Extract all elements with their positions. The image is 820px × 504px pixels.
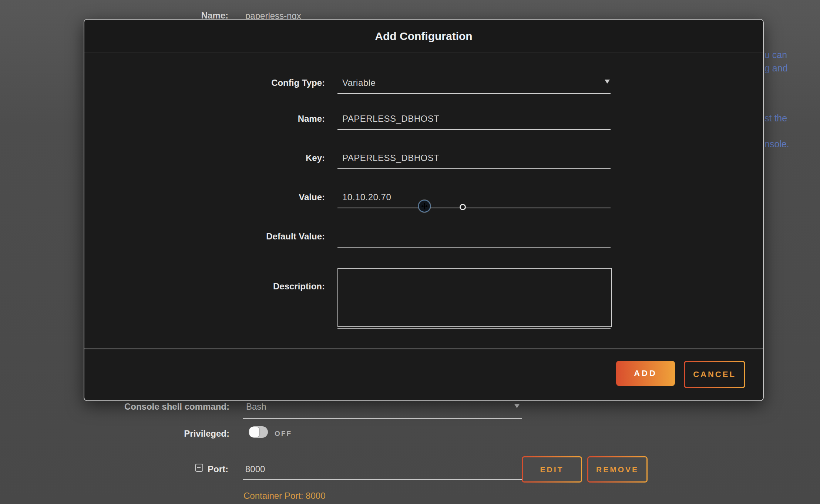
privileged-toggle-state: OFF bbox=[275, 430, 292, 438]
field-underline bbox=[337, 208, 611, 208]
config-type-select[interactable]: Variable bbox=[342, 78, 376, 88]
key-input[interactable]: PAPERLESS_DBHOST bbox=[342, 153, 439, 163]
config-type-row: Config Type: Variable bbox=[84, 78, 763, 100]
edit-button[interactable]: EDIT bbox=[522, 456, 582, 483]
description-label: Description: bbox=[84, 281, 325, 292]
field-underline bbox=[337, 328, 611, 329]
console-shell-command-select[interactable]: Bash bbox=[246, 401, 266, 412]
field-underline bbox=[243, 418, 522, 419]
remove-button[interactable]: REMOVE bbox=[587, 456, 648, 483]
toggle-knob bbox=[249, 427, 259, 437]
field-underline bbox=[337, 168, 611, 169]
name-row: Name: PAPERLESS_DBHOST bbox=[84, 114, 763, 136]
move-arrows-glyph bbox=[420, 202, 429, 210]
name-label: Name: bbox=[84, 114, 325, 124]
chevron-down-icon[interactable] bbox=[605, 80, 610, 84]
help-text-fragment: u can bbox=[764, 50, 820, 60]
console-shell-command-label: Console shell command: bbox=[104, 401, 229, 412]
privileged-toggle[interactable] bbox=[249, 426, 268, 438]
move-cursor-icon bbox=[418, 200, 431, 212]
port-value-input[interactable]: 8000 bbox=[245, 464, 265, 474]
help-text-fragment: g and bbox=[764, 63, 820, 74]
pointer-circle-icon bbox=[460, 204, 466, 210]
chevron-down-icon[interactable] bbox=[514, 404, 520, 408]
cancel-button[interactable]: CANCEL bbox=[684, 361, 745, 388]
help-text-fragment: st the bbox=[764, 113, 820, 124]
key-row: Key: PAPERLESS_DBHOST bbox=[84, 153, 763, 175]
field-underline bbox=[337, 129, 611, 130]
container-port-hint: Container Port: 8000 bbox=[243, 491, 325, 501]
config-type-label: Config Type: bbox=[84, 78, 325, 88]
page-backdrop: Name: paperless-ngx u can g and st the n… bbox=[0, 0, 820, 504]
field-underline bbox=[337, 93, 611, 94]
name-input[interactable]: PAPERLESS_DBHOST bbox=[342, 114, 439, 124]
description-textarea[interactable] bbox=[337, 268, 612, 327]
dialog-header: Add Configuration bbox=[84, 20, 763, 53]
key-label: Key: bbox=[84, 153, 325, 163]
default-value-label: Default Value: bbox=[84, 231, 325, 242]
privileged-label: Privileged: bbox=[104, 429, 229, 439]
value-label: Value: bbox=[84, 192, 325, 202]
help-text-fragment: nsole. bbox=[764, 139, 820, 149]
dialog-title: Add Configuration bbox=[375, 30, 472, 43]
field-underline bbox=[337, 247, 611, 248]
value-input[interactable]: 10.10.20.70 bbox=[342, 192, 391, 202]
add-button[interactable]: ADD bbox=[616, 361, 675, 386]
default-value-row: Default Value: bbox=[84, 231, 763, 253]
field-underline bbox=[243, 479, 522, 480]
footer-divider bbox=[84, 349, 763, 349]
port-label: Port: bbox=[167, 464, 228, 474]
